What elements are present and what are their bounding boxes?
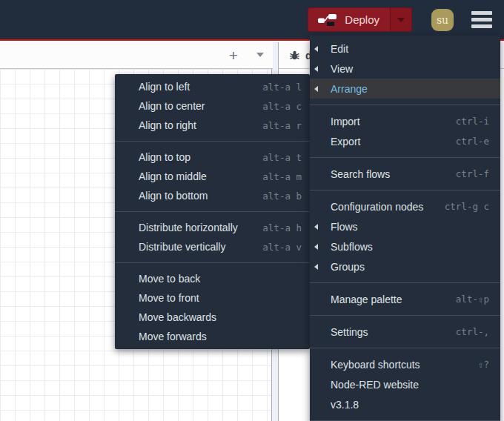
menu-item-shortcut: alt-a h (262, 222, 302, 233)
submenu-arrow-left-icon (314, 66, 318, 72)
user-avatar[interactable]: su (431, 9, 454, 31)
main-menu: EditViewArrangeImportctrl-iExportctrl-eS… (310, 36, 500, 421)
menu-item-shortcut: alt-a m (262, 171, 302, 182)
menu-item-label: Search flows (331, 168, 390, 180)
node-red-editor: + debug (0, 0, 504, 421)
menu-item-label: Groups (331, 261, 365, 273)
menu-item-move-to-back[interactable]: Move to back (115, 269, 310, 288)
menu-item-label: Move forwards (139, 331, 207, 342)
chevron-down-icon (397, 18, 405, 22)
menu-item-label: v3.1.8 (331, 399, 359, 411)
menu-item-distribute-horizontally[interactable]: Distribute horizontallyalt-a h (115, 218, 310, 237)
deploy-node-icon (317, 13, 337, 27)
menu-item-export[interactable]: Exportctrl-e (310, 131, 500, 151)
menu-separator (310, 190, 500, 190)
menu-item-shortcut: ctrl-f (456, 168, 489, 179)
menu-item-align-to-left[interactable]: Align to leftalt-a l (115, 77, 310, 96)
menu-item-label: Manage palette (331, 294, 402, 305)
submenu-arrow-left-icon (314, 244, 318, 250)
menu-item-move-to-front[interactable]: Move to front (115, 288, 310, 308)
menu-separator (310, 315, 500, 316)
menu-item-import[interactable]: Importctrl-i (310, 111, 500, 131)
menu-item-label: Move to front (139, 292, 199, 304)
menu-item-shortcut: alt-a c (262, 101, 302, 112)
menu-item-search-flows[interactable]: Search flowsctrl-f (310, 164, 500, 184)
menu-item-label: Settings (331, 326, 368, 338)
menu-item-label: Distribute vertically (139, 241, 225, 253)
menu-item-configuration-nodes[interactable]: Configuration nodesctrl-g c (310, 196, 500, 216)
menu-item-move-forwards[interactable]: Move forwards (115, 327, 310, 346)
menu-item-label: Align to left (139, 81, 190, 93)
deploy-button-main: Deploy (308, 8, 390, 31)
menu-item-align-to-middle[interactable]: Align to middlealt-a m (115, 167, 310, 186)
menu-item-settings[interactable]: Settingsctrl-, (310, 322, 500, 342)
flow-tab-bar: + (0, 42, 273, 69)
menu-item-label: Distribute horizontally (139, 222, 238, 233)
hamburger-menu-icon[interactable] (470, 10, 494, 30)
menu-item-label: View (331, 63, 353, 75)
menu-item-shortcut: ctrl-, (456, 326, 489, 337)
menu-item-align-to-center[interactable]: Align to centeralt-a c (115, 96, 310, 116)
menu-separator (115, 141, 310, 142)
menu-item-label: Export (331, 136, 360, 147)
deploy-options-button[interactable] (390, 8, 411, 31)
menu-separator (115, 262, 310, 263)
menu-item-label: Import (331, 116, 360, 127)
add-flow-icon[interactable]: + (225, 47, 242, 64)
menu-item-align-to-right[interactable]: Align to rightalt-a r (115, 116, 310, 135)
menu-item-shortcut: ctrl-i (456, 116, 489, 127)
menu-item-shortcut: ctrl-g c (445, 201, 489, 212)
bug-icon (289, 50, 300, 61)
menu-item-shortcut: alt-⇧p (456, 294, 489, 305)
menu-item-label: Move to back (139, 273, 200, 285)
menu-separator (115, 211, 310, 212)
menu-item-shortcut: alt-a l (262, 82, 302, 93)
menu-item-flows[interactable]: Flows (310, 216, 500, 236)
menu-item-move-backwards[interactable]: Move backwards (115, 308, 310, 327)
menu-item-shortcut: alt-a t (262, 152, 302, 163)
header-bar: Deploy su (0, 0, 504, 41)
menu-item-label: Configuration nodes (331, 201, 423, 213)
menu-separator (310, 157, 500, 158)
menu-item-label: Align to top (139, 151, 190, 163)
menu-item-label: Node-RED website (331, 379, 419, 391)
arrange-submenu: Align to leftalt-a lAlign to centeralt-a… (115, 74, 310, 349)
submenu-arrow-left-icon (314, 46, 318, 52)
menu-item-subflows[interactable]: Subflows (310, 236, 500, 256)
menu-separator (310, 348, 500, 348)
menu-item-shortcut: ⇧? (478, 359, 489, 370)
menu-item-label: Align to right (139, 119, 196, 131)
menu-item-edit[interactable]: Edit (310, 39, 500, 59)
menu-item-arrange[interactable]: Arrange (310, 79, 500, 99)
submenu-arrow-left-icon (314, 264, 318, 270)
menu-item-label: Arrange (331, 83, 368, 95)
menu-item-label: Align to bottom (139, 190, 208, 202)
menu-item-shortcut: alt-a v (262, 242, 302, 253)
menu-item-shortcut: ctrl-e (456, 136, 489, 147)
deploy-button[interactable]: Deploy (308, 7, 412, 32)
menu-item-manage-palette[interactable]: Manage palettealt-⇧p (310, 289, 500, 309)
menu-item-label: Keyboard shortcuts (331, 359, 420, 371)
menu-item-label: Align to middle (139, 170, 207, 182)
submenu-arrow-left-icon (314, 224, 318, 230)
menu-item-label: Align to center (139, 100, 205, 112)
menu-item-align-to-bottom[interactable]: Align to bottomalt-a b (115, 186, 310, 205)
menu-item-shortcut: alt-a r (262, 120, 302, 131)
menu-item-label: Flows (331, 221, 358, 233)
menu-separator (310, 282, 500, 283)
menu-item-keyboard-shortcuts[interactable]: Keyboard shortcuts⇧? (310, 354, 500, 374)
menu-item-label: Subflows (331, 241, 373, 253)
menu-item-view[interactable]: View (310, 59, 500, 79)
submenu-arrow-left-icon (314, 86, 318, 92)
menu-item-v3-1-8[interactable]: v3.1.8 (310, 394, 500, 414)
menu-item-node-red-website[interactable]: Node-RED website (310, 374, 500, 394)
deploy-label: Deploy (345, 13, 379, 26)
menu-separator (310, 105, 500, 105)
menu-item-groups[interactable]: Groups (310, 256, 500, 276)
flow-list-chevron-down-icon[interactable] (256, 53, 264, 57)
menu-item-label: Move backwards (139, 311, 216, 323)
menu-item-shortcut: alt-a b (262, 190, 302, 202)
menu-item-distribute-vertically[interactable]: Distribute verticallyalt-a v (115, 237, 310, 256)
menu-item-align-to-top[interactable]: Align to topalt-a t (115, 147, 310, 167)
menu-item-label: Edit (331, 43, 348, 55)
